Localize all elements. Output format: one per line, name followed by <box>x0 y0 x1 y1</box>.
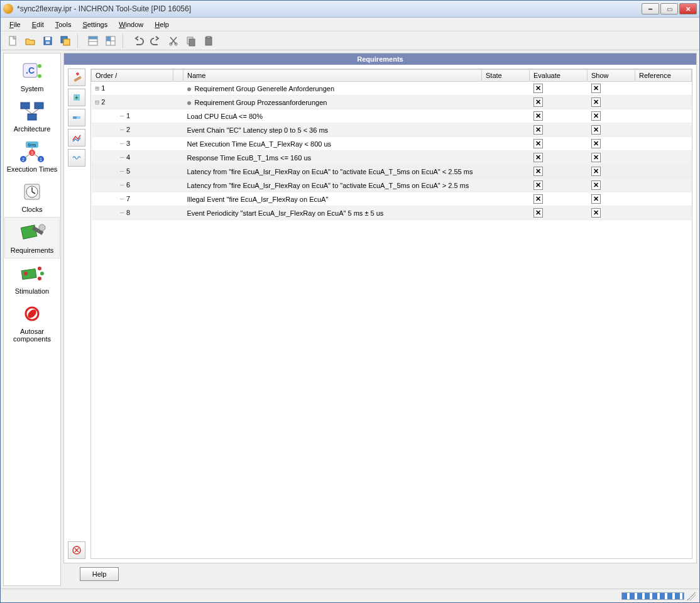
cell-state <box>482 179 530 192</box>
col-Name[interactable]: Name <box>183 70 482 82</box>
resize-grip[interactable] <box>687 592 696 600</box>
vtool-wave-icon[interactable] <box>68 149 85 167</box>
table-row[interactable]: ⊞ 1Requirement Group Generelle Anforderu… <box>92 82 692 96</box>
table-row[interactable]: ┈ 3Net Execution Time EcuA_T_FlexRay < 8… <box>92 137 692 151</box>
requirements-table-wrap[interactable]: Order /NameStateEvaluateShowReference ⊞ … <box>90 69 692 559</box>
cell-show[interactable]: ✕ <box>588 206 635 220</box>
cell-evaluate[interactable]: ✕ <box>530 123 588 137</box>
col-Show[interactable]: Show <box>588 70 635 82</box>
cell-show[interactable]: ✕ <box>588 179 635 192</box>
toolbar <box>1 31 699 50</box>
sidebar-label: Autosar components <box>4 328 60 343</box>
statusbar <box>1 589 699 602</box>
table-row[interactable]: ┈ 5Latency from "fire EcuA_Isr_FlexRay o… <box>92 165 692 179</box>
minimize-button[interactable]: ━ <box>642 3 659 14</box>
col-sort[interactable] <box>173 70 183 82</box>
table-row[interactable]: ┈ 1Load CPU EcuA <= 80%✕✕ <box>92 109 692 123</box>
sidebar-item-clocks[interactable]: Clocks <box>4 177 60 217</box>
sidebar-icon <box>14 301 50 326</box>
sidebar-item-stimulation[interactable]: Stimulation <box>4 258 60 299</box>
menu-edit[interactable]: Edit <box>27 19 49 30</box>
svg-text:.C: .C <box>26 65 35 75</box>
vtool-delete-icon[interactable] <box>68 541 85 559</box>
cell-evaluate[interactable]: ✕ <box>530 165 588 179</box>
toolbar-saveall-icon[interactable] <box>57 33 74 49</box>
table-row[interactable]: ⊟ 2Requirement Group Prozessanforderunge… <box>92 96 692 109</box>
toolbar-copy-icon[interactable] <box>183 33 199 49</box>
cell-state <box>482 192 530 206</box>
cell-evaluate[interactable]: ✕ <box>530 137 588 151</box>
vtool-link-icon[interactable] <box>68 109 85 126</box>
col-State[interactable]: State <box>482 70 530 82</box>
cell-state <box>482 165 530 179</box>
menu-window[interactable]: Window <box>114 19 148 30</box>
table-row[interactable]: ┈ 6Latency from "fire EcuA_Isr_FlexRay o… <box>92 179 692 192</box>
close-button[interactable]: ✕ <box>679 3 697 14</box>
toolbar-grid2-icon[interactable] <box>102 33 119 49</box>
sidebar-item-autosar-components[interactable]: Autosar components <box>4 299 60 346</box>
cell-show[interactable]: ✕ <box>588 137 635 151</box>
menu-help[interactable]: Help <box>150 19 174 30</box>
svg-rect-61 <box>77 116 80 119</box>
sidebar-item-system[interactable]: .CSystem <box>4 56 60 96</box>
col-Reference[interactable]: Reference <box>635 70 692 82</box>
cell-order: ┈ 7 <box>92 192 173 206</box>
sidebar-label: Clocks <box>4 206 60 213</box>
cell-name: Response Time EcuB_T_1ms <= 160 us <box>183 151 482 165</box>
body: .CSystemArchitecture6ms321Execution Time… <box>1 50 699 589</box>
cell-evaluate[interactable]: ✕ <box>530 192 588 206</box>
app-window: *sync2flexray.ipr - INCHRON Tool-Suite [… <box>0 0 700 603</box>
sidebar-icon: 6ms321 <box>14 139 50 164</box>
cell-evaluate[interactable]: ✕ <box>530 82 588 96</box>
cell-state <box>482 109 530 123</box>
cell-show[interactable]: ✕ <box>588 123 635 137</box>
toolbar-new-icon[interactable] <box>4 33 21 49</box>
toolbar-paste-icon[interactable] <box>200 33 217 49</box>
vtool-chart-icon[interactable] <box>68 129 85 147</box>
cell-evaluate[interactable]: ✕ <box>530 179 588 192</box>
toolbar-save-icon[interactable] <box>40 33 56 49</box>
svg-line-30 <box>32 109 39 114</box>
menu-tools[interactable]: Tools <box>50 19 77 30</box>
table-row[interactable]: ┈ 4Response Time EcuB_T_1ms <= 160 us✕✕ <box>92 151 692 165</box>
toolbar-grid1-icon[interactable] <box>85 33 101 49</box>
table-row[interactable]: ┈ 2Event Chain "EC" Latency step 0 to 5 … <box>92 123 692 137</box>
toolbar-undo-icon[interactable] <box>130 33 146 49</box>
svg-point-51 <box>38 267 41 270</box>
cell-order: ┈ 3 <box>92 137 173 151</box>
menu-settings[interactable]: Settings <box>77 19 112 30</box>
cell-evaluate[interactable]: ✕ <box>530 109 588 123</box>
cell-order: ┈ 4 <box>92 151 173 165</box>
vtool-add-icon[interactable]: + <box>68 89 85 106</box>
sidebar-item-architecture[interactable]: Architecture <box>4 96 60 136</box>
cell-order: ┈ 1 <box>92 109 173 123</box>
cell-show[interactable]: ✕ <box>588 82 635 96</box>
vtool-paint-icon[interactable] <box>68 69 85 86</box>
cell-show[interactable]: ✕ <box>588 165 635 179</box>
sidebar-item-execution-times[interactable]: 6ms321Execution Times <box>4 136 60 177</box>
toolbar-open-icon[interactable] <box>22 33 38 49</box>
progress-indicator <box>621 592 684 600</box>
toolbar-cut-icon[interactable] <box>165 33 182 49</box>
cell-evaluate[interactable]: ✕ <box>530 96 588 109</box>
cell-show[interactable]: ✕ <box>588 192 635 206</box>
col-Order[interactable]: Order / <box>92 70 173 82</box>
cell-reference <box>635 96 692 109</box>
cell-order: ⊞ 1 <box>92 82 173 96</box>
menu-file[interactable]: File <box>4 19 26 30</box>
cell-reference <box>635 137 692 151</box>
cell-name: Event Periodicity "start EcuA_Isr_FlexRa… <box>183 206 482 220</box>
maximize-button[interactable]: ▭ <box>660 3 678 14</box>
table-row[interactable]: ┈ 8Event Periodicity "start EcuA_Isr_Fle… <box>92 206 692 220</box>
cell-evaluate[interactable]: ✕ <box>530 206 588 220</box>
table-row[interactable]: ┈ 7Illegal Event "fire EcuA_Isr_FlexRay … <box>92 192 692 206</box>
toolbar-redo-icon[interactable] <box>148 33 164 49</box>
sidebar-item-requirements[interactable]: Requirements <box>4 217 60 258</box>
col-Evaluate[interactable]: Evaluate <box>530 70 588 82</box>
cell-show[interactable]: ✕ <box>588 96 635 109</box>
cell-show[interactable]: ✕ <box>588 109 635 123</box>
help-button[interactable]: Help <box>80 567 119 581</box>
cell-show[interactable]: ✕ <box>588 151 635 165</box>
cell-evaluate[interactable]: ✕ <box>530 151 588 165</box>
cell-name: Event Chain "EC" Latency step 0 to 5 < 3… <box>183 123 482 137</box>
